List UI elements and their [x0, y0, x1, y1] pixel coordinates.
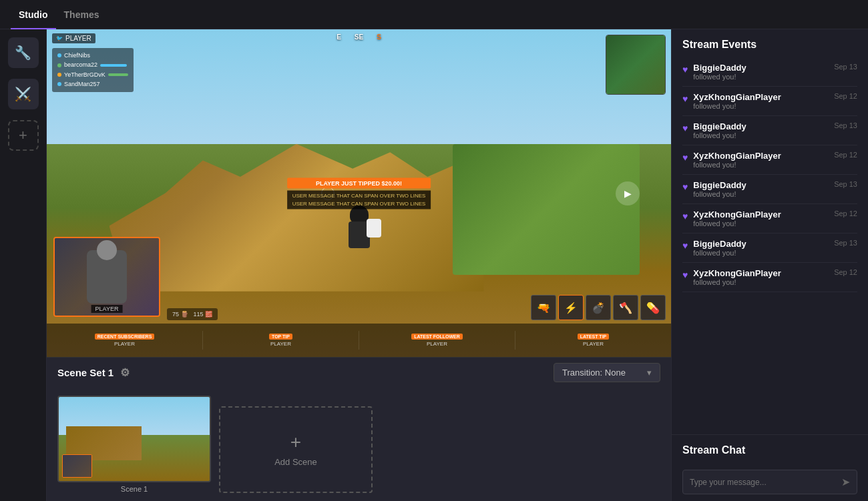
event-action-5: followed you! — [693, 190, 829, 198]
event-item-2: ♥ XyzKhongGianPlayer followed you! Sep 1… — [682, 87, 857, 116]
scene-1-thumb[interactable] — [57, 396, 211, 482]
add-scene-button[interactable]: + Add Scene — [219, 406, 373, 493]
event-action-2: followed you! — [693, 102, 829, 110]
heart-icon-1: ♥ — [682, 64, 688, 75]
webcam-inner — [55, 238, 159, 316]
event-action-7: followed you! — [693, 249, 829, 257]
hud-latest-follower: LATEST FOLLOWER PLAYER — [359, 331, 515, 350]
heart-icon-7: ♥ — [682, 240, 688, 251]
player-label: PLAYER — [52, 33, 95, 43]
game-sky — [47, 29, 671, 160]
heart-icon-5: ♥ — [682, 181, 688, 192]
add-scene-label: Add Scene — [274, 457, 317, 467]
hud-recent-subs: RECENT SUBSCRIBERS PLAYER — [47, 331, 203, 350]
main-layout: 🔧 ⚔️ + E SE S PLAYER — [0, 29, 868, 501]
char-backpack — [367, 219, 381, 237]
scene-set-title: Scene Set 1 ⚙ — [57, 366, 130, 379]
event-date-8: Sep 12 — [834, 268, 857, 276]
plus-icon: + — [290, 433, 301, 452]
right-panel: Stream Events ♥ BiggieDaddy followed you… — [671, 29, 868, 501]
dot-1 — [57, 53, 61, 57]
dot-4 — [57, 82, 61, 86]
dot-3 — [57, 73, 61, 77]
leaderboard-row-4: SandMan257 — [57, 79, 128, 89]
chat-send-icon[interactable]: ➤ — [841, 476, 850, 488]
notif-tip: PLAYER JUST TIPPED $20.00! — [287, 177, 431, 188]
event-action-1: followed you! — [693, 73, 829, 81]
stream-events-list: ♥ BiggieDaddy followed you! Sep 13 ♥ Xyz… — [672, 57, 868, 434]
event-action-8: followed you! — [693, 278, 829, 286]
stream-chat-title: Stream Chat — [682, 444, 857, 463]
scene-1-label: Scene 1 — [57, 485, 211, 493]
event-username-4: XyzKhongGianPlayer — [693, 151, 829, 161]
transition-dropdown[interactable]: Transition: None ▾ — [554, 363, 660, 382]
leaderboard-row-3: YeTherBrGDvK — [57, 70, 128, 79]
leaderboard-row-2: bearcoma22 — [57, 60, 128, 69]
minimap — [606, 35, 666, 95]
event-date-2: Sep 12 — [834, 92, 857, 100]
weapons-hud: 🔫 ⚡ 💣 🪓 💊 — [531, 295, 666, 320]
weapon-slot-4: 🪓 — [613, 295, 638, 320]
event-date-7: Sep 13 — [834, 239, 857, 247]
event-action-6: followed you! — [693, 219, 829, 227]
weapon-slot-2: ⚡ — [558, 295, 584, 320]
stream-chat-section: Stream Chat ➤ — [672, 434, 868, 501]
gear-icon[interactable]: ⚙ — [120, 366, 130, 379]
leaderboard-row-1: ChiefNibs — [57, 51, 128, 60]
sidebar-icon-wrench[interactable]: 🔧 — [8, 37, 39, 68]
event-item-4: ♥ XyzKhongGianPlayer followed you! Sep 1… — [682, 145, 857, 175]
event-item-5: ♥ BiggieDaddy followed you! Sep 13 — [682, 175, 857, 204]
hud-latest-tip: LATEST TIP PLAYER — [515, 331, 671, 350]
event-username-5: BiggieDaddy — [693, 180, 829, 190]
event-date-1: Sep 13 — [834, 63, 857, 71]
dot-2 — [57, 63, 61, 67]
chevron-down-icon: ▾ — [647, 368, 652, 378]
minimap-inner — [606, 35, 665, 94]
bottom-hud: RECENT SUBSCRIBERS PLAYER TOP TIP PLAYER… — [47, 324, 671, 357]
scene-1-wrapper: Scene 1 — [57, 396, 211, 493]
weapon-slot-1: 🔫 — [531, 295, 556, 320]
sidebar-icon-add[interactable]: + — [8, 120, 39, 151]
heart-icon-6: ♥ — [682, 211, 688, 221]
play-button[interactable]: ▶ — [616, 181, 640, 205]
event-username-3: BiggieDaddy — [693, 121, 829, 131]
event-item-1: ♥ BiggieDaddy followed you! Sep 13 — [682, 57, 857, 87]
scene-bar: Scene Set 1 ⚙ Transition: None ▾ — [47, 357, 671, 388]
weapon-slot-3: 💣 — [586, 295, 611, 320]
scene-1-image — [59, 397, 210, 481]
webcam-label: PLAYER — [91, 305, 123, 313]
scenes-panel: Scene 1 + Add Scene — [47, 388, 671, 501]
event-date-6: Sep 12 — [834, 209, 857, 217]
webcam-overlay: PLAYER — [53, 237, 160, 317]
event-action-3: followed you! — [693, 131, 829, 139]
webcam-head — [97, 240, 117, 260]
event-username-1: BiggieDaddy — [693, 63, 829, 73]
leaderboard: ChiefNibs bearcoma22 YeTherBrGDvK — [52, 48, 134, 92]
bar-3 — [108, 73, 128, 76]
webcam-figure — [87, 250, 127, 304]
tab-studio[interactable]: Studio — [11, 0, 56, 29]
sidebar-icon-sword[interactable]: ⚔️ — [8, 79, 39, 109]
chat-input-area: ➤ — [682, 470, 857, 494]
event-item-7: ♥ BiggieDaddy followed you! Sep 13 — [682, 233, 857, 263]
sidebar: 🔧 ⚔️ + — [0, 29, 47, 501]
hud-top-tip: TOP TIP PLAYER — [203, 331, 359, 350]
notif-message: USER MESSAGE THAT CAN SPAN OVER TWO LINE… — [287, 190, 431, 209]
game-preview: E SE S PLAYER ChiefNibs bearcom — [47, 29, 671, 357]
event-date-4: Sep 12 — [834, 151, 857, 159]
event-username-2: XyzKhongGianPlayer — [693, 92, 829, 102]
event-date-5: Sep 13 — [834, 180, 857, 188]
event-item-8: ♥ XyzKhongGianPlayer followed you! Sep 1… — [682, 263, 857, 292]
preview-area: E SE S PLAYER ChiefNibs bearcom — [47, 29, 671, 357]
event-action-4: followed you! — [693, 161, 829, 169]
resources-hud: 75 🪵 115 🧱 — [167, 308, 218, 320]
notification-bar: PLAYER JUST TIPPED $20.00! USER MESSAGE … — [287, 177, 431, 209]
chat-input[interactable] — [690, 478, 841, 487]
event-username-6: XyzKhongGianPlayer — [693, 209, 829, 219]
heart-icon-4: ♥ — [682, 152, 688, 163]
tab-themes[interactable]: Themes — [56, 0, 107, 29]
heart-icon-8: ♥ — [682, 270, 688, 280]
stream-events-title: Stream Events — [672, 29, 868, 57]
top-nav: Studio Themes — [0, 0, 868, 29]
center-content: E SE S PLAYER ChiefNibs bearcom — [47, 29, 671, 501]
